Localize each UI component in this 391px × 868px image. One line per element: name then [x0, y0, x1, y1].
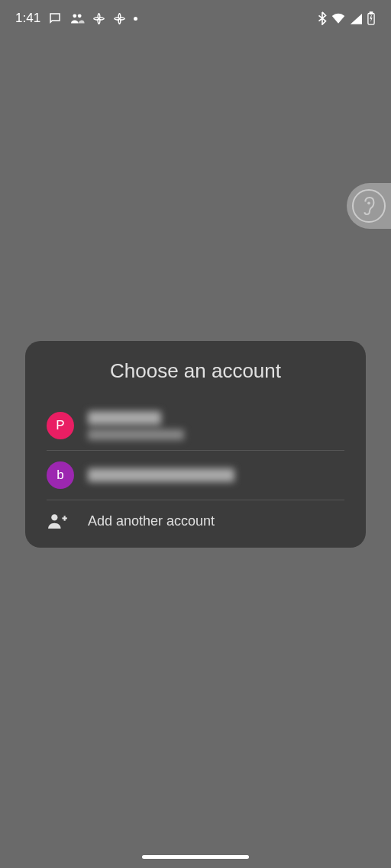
message-icon	[48, 11, 62, 25]
account-name	[88, 411, 184, 440]
account-item[interactable]: b	[25, 451, 366, 500]
battery-charging-icon	[367, 11, 376, 25]
person-add-icon	[47, 513, 73, 529]
wifi-icon	[331, 13, 345, 24]
pinwheel-icon	[113, 12, 126, 25]
ear-icon	[352, 189, 386, 223]
add-account-button[interactable]: Add another account	[25, 500, 366, 542]
add-account-label: Add another account	[88, 513, 215, 529]
status-time: 1:41	[15, 11, 40, 26]
status-bar: 1:41	[0, 0, 391, 37]
avatar: P	[47, 412, 74, 439]
notification-dot-icon	[134, 17, 137, 21]
accessibility-bubble[interactable]	[347, 183, 391, 229]
bluetooth-icon	[318, 11, 327, 25]
navigation-handle[interactable]	[142, 855, 249, 859]
people-icon	[69, 12, 85, 24]
account-text	[88, 468, 234, 482]
account-name	[88, 468, 234, 482]
pinwheel-icon	[92, 12, 105, 25]
account-item[interactable]: P	[25, 401, 366, 450]
svg-rect-7	[64, 516, 66, 520]
svg-point-5	[51, 514, 57, 520]
dialog-title: Choose an account	[25, 359, 366, 383]
status-right	[318, 11, 376, 25]
svg-point-0	[73, 14, 76, 18]
account-text	[88, 411, 184, 440]
svg-rect-3	[370, 12, 372, 14]
svg-point-1	[78, 14, 82, 18]
signal-icon	[350, 13, 362, 24]
status-left: 1:41	[15, 11, 137, 26]
account-chooser-dialog: Choose an account P b Add a	[25, 341, 366, 548]
svg-point-4	[367, 202, 370, 205]
avatar: b	[47, 461, 74, 489]
